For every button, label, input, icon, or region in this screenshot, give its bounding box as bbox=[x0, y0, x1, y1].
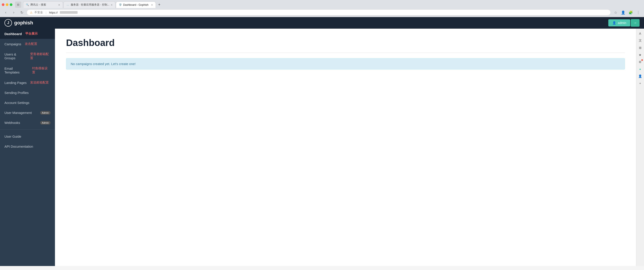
sidebar-divider bbox=[0, 129, 55, 130]
sidebar-item-email-templates[interactable]: Email Templates 钓鱼模板设置 bbox=[0, 63, 55, 77]
empty-campaigns-message: No campaigns created yet. Let's create o… bbox=[66, 58, 625, 69]
sidebar-label-user-guide: User Guide bbox=[4, 134, 21, 138]
sidebar-toggle-btn[interactable]: ⊟ bbox=[15, 2, 21, 8]
back-button[interactable]: ‹ bbox=[3, 9, 9, 16]
sidebar-item-sending-profiles[interactable]: Sending Profiles bbox=[0, 88, 55, 98]
sidebar-annotation-users-groups: 受害者邮箱配置 bbox=[30, 52, 50, 60]
content-area: Dashboard No campaigns created yet. Let'… bbox=[55, 29, 636, 266]
browser-chrome: ⊟ 🔍 腾讯云 - 搜索 × ☁️ 服务器 · 轻量应用服务器 - 控制... … bbox=[0, 0, 644, 17]
tab-gophish[interactable]: 🛡️ Dashboard - Gophish × bbox=[116, 2, 156, 8]
tab-close-gophish[interactable]: × bbox=[151, 3, 153, 7]
new-tab-button[interactable]: + bbox=[156, 2, 162, 8]
traffic-lights bbox=[2, 3, 12, 6]
admin-button[interactable]: 👤 admin bbox=[608, 19, 630, 26]
address-blur bbox=[60, 11, 78, 14]
address-bar-row: ‹ › ↻ ⚠ 不安全 | https:// ☆ 👤 🧩 ⋮ bbox=[0, 8, 644, 17]
sidebar: Dashboard 平台展示 Campaigns 攻击配置 Users & Gr… bbox=[0, 29, 55, 266]
menu-btn[interactable]: ⋮ bbox=[635, 9, 641, 16]
sidebar-label-user-management: User Management bbox=[4, 111, 32, 114]
security-label: 不安全 bbox=[34, 11, 43, 15]
tab-tencent[interactable]: 🔍 腾讯云 - 搜索 × bbox=[23, 1, 63, 8]
tab-icon-server: ☁️ bbox=[66, 3, 69, 6]
right-icon-1[interactable]: A bbox=[637, 30, 643, 37]
right-icon-4[interactable]: ★ bbox=[637, 52, 643, 58]
extensions-btn[interactable]: 🧩 bbox=[628, 9, 634, 16]
tab-title-gophish: Dashboard - Gophish bbox=[123, 3, 148, 7]
sidebar-annotation-campaigns: 攻击配置 bbox=[25, 42, 37, 46]
tab-icon-gophish: 🛡️ bbox=[119, 3, 122, 6]
logo-text: gophish bbox=[14, 20, 33, 26]
badge-webhooks: Admin bbox=[40, 121, 50, 124]
tab-title-server: 服务器 · 轻量应用服务器 - 控制... bbox=[71, 3, 110, 7]
logo-initial: J bbox=[7, 21, 9, 25]
maximize-traffic-light[interactable] bbox=[10, 3, 12, 6]
logout-icon: → bbox=[633, 21, 637, 25]
tab-close-tencent[interactable]: × bbox=[58, 3, 60, 7]
sidebar-label-users-groups: Users & Groups bbox=[4, 52, 26, 60]
tab-close-server[interactable]: × bbox=[111, 3, 112, 7]
sidebar-annotation-landing-pages: 发送邮箱配置 bbox=[30, 81, 49, 85]
sidebar-item-user-guide[interactable]: User Guide bbox=[0, 131, 55, 142]
forward-button[interactable]: › bbox=[11, 9, 17, 16]
address-bar[interactable]: ⚠ 不安全 | https:// bbox=[26, 9, 611, 16]
logo[interactable]: J gophish bbox=[4, 19, 33, 27]
admin-label: admin bbox=[618, 21, 626, 25]
content-divider bbox=[66, 53, 625, 53]
profile-btn[interactable]: 👤 bbox=[620, 9, 626, 16]
right-icon-8[interactable]: + bbox=[637, 80, 643, 86]
sidebar-label-email-templates: Email Templates bbox=[4, 67, 28, 74]
sidebar-annotation-email-templates: 钓鱼模板设置 bbox=[32, 66, 50, 74]
sidebar-item-user-management[interactable]: User Management Admin bbox=[0, 108, 55, 118]
admin-icon: 👤 bbox=[612, 21, 616, 25]
right-icon-6[interactable]: ● bbox=[637, 66, 643, 72]
sidebar-item-campaigns[interactable]: Campaigns 攻击配置 bbox=[0, 39, 55, 49]
sidebar-label-sending-profiles: Sending Profiles bbox=[4, 91, 28, 95]
sidebar-label-landing-pages: Landing Pages bbox=[4, 81, 26, 85]
right-icon-7[interactable]: 👤 bbox=[637, 73, 643, 79]
sidebar-item-account-settings[interactable]: Account Settings bbox=[0, 98, 55, 108]
reload-button[interactable]: ↻ bbox=[18, 9, 25, 16]
empty-campaigns-text: No campaigns created yet. Let's create o… bbox=[71, 62, 136, 66]
sidebar-item-dashboard[interactable]: Dashboard 平台展示 bbox=[0, 29, 55, 39]
logout-button[interactable]: → bbox=[631, 19, 640, 27]
right-sidebar: A 文 ⊞ ★ ⚙ ● 👤 + bbox=[636, 29, 644, 266]
bookmark-btn[interactable]: ☆ bbox=[612, 9, 619, 16]
main-layout: Dashboard 平台展示 Campaigns 攻击配置 Users & Gr… bbox=[0, 29, 644, 266]
sidebar-annotation-dashboard: 平台展示 bbox=[25, 32, 38, 36]
page-title: Dashboard bbox=[66, 38, 625, 48]
minimize-traffic-light[interactable] bbox=[6, 3, 8, 6]
tab-icon-tencent: 🔍 bbox=[26, 3, 29, 6]
address-text: https:// bbox=[49, 11, 58, 14]
sidebar-label-account-settings: Account Settings bbox=[4, 101, 30, 105]
top-nav: J gophish 👤 admin → bbox=[0, 17, 644, 29]
right-icon-5[interactable]: ⚙ bbox=[637, 59, 643, 65]
app-container: J gophish 👤 admin → Dashboard 平台展示 Campa… bbox=[0, 17, 644, 266]
sidebar-item-users-groups[interactable]: Users & Groups 受害者邮箱配置 bbox=[0, 49, 55, 63]
sidebar-item-landing-pages[interactable]: Landing Pages 发送邮箱配置 bbox=[0, 77, 55, 88]
tab-bar: ⊟ 🔍 腾讯云 - 搜索 × ☁️ 服务器 · 轻量应用服务器 - 控制... … bbox=[0, 0, 644, 8]
tab-server[interactable]: ☁️ 服务器 · 轻量应用服务器 - 控制... × bbox=[64, 1, 116, 8]
logo-icon: J bbox=[4, 19, 12, 27]
sidebar-label-dashboard: Dashboard bbox=[4, 32, 22, 36]
close-traffic-light[interactable] bbox=[2, 3, 4, 6]
badge-user-management: Admin bbox=[40, 111, 50, 114]
security-icon: ⚠ bbox=[30, 11, 32, 14]
right-icon-2[interactable]: 文 bbox=[637, 38, 643, 44]
sidebar-item-webhooks[interactable]: Webhooks Admin bbox=[0, 118, 55, 128]
sidebar-item-api-docs[interactable]: API Documentation bbox=[0, 142, 55, 152]
right-icon-3[interactable]: ⊞ bbox=[637, 45, 643, 51]
sidebar-label-webhooks: Webhooks bbox=[4, 121, 20, 124]
address-bar-actions: ☆ 👤 🧩 ⋮ bbox=[612, 9, 641, 16]
sidebar-label-campaigns: Campaigns bbox=[4, 42, 21, 46]
tab-title-tencent: 腾讯云 - 搜索 bbox=[30, 3, 46, 7]
sidebar-label-api-docs: API Documentation bbox=[4, 145, 33, 148]
